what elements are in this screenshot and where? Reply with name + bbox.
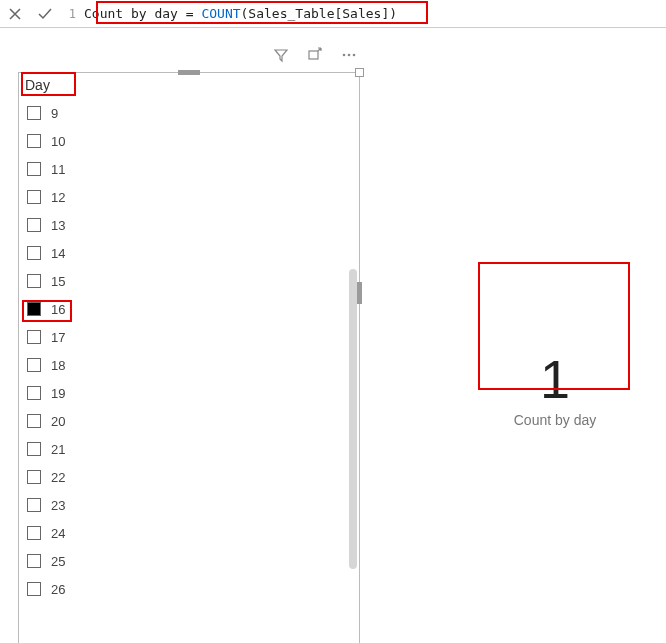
slicer-item[interactable]: 16 [19, 295, 359, 323]
slicer-item[interactable]: 11 [19, 155, 359, 183]
checkbox-icon[interactable] [27, 190, 41, 204]
checkbox-icon[interactable] [27, 442, 41, 456]
slicer-item-list[interactable]: 91011121314151617181920212223242526 [19, 99, 359, 643]
formula-line-number: 1 [60, 7, 80, 21]
slicer-item[interactable]: 24 [19, 519, 359, 547]
checkbox-icon[interactable] [27, 554, 41, 568]
slicer-item-label: 15 [51, 274, 65, 289]
checkbox-icon[interactable] [27, 526, 41, 540]
checkbox-icon[interactable] [27, 162, 41, 176]
slicer-item-label: 9 [51, 106, 58, 121]
focus-mode-icon[interactable] [307, 47, 323, 63]
formula-editor[interactable]: Count by day = COUNT(Sales_Table[Sales]) [80, 4, 666, 23]
checkbox-icon[interactable] [27, 302, 41, 316]
checkbox-icon[interactable] [27, 274, 41, 288]
svg-point-1 [343, 54, 346, 57]
checkbox-icon[interactable] [27, 134, 41, 148]
checkbox-icon[interactable] [27, 330, 41, 344]
slicer-item[interactable]: 15 [19, 267, 359, 295]
slicer-item[interactable]: 14 [19, 239, 359, 267]
checkbox-icon[interactable] [27, 106, 41, 120]
slicer-item-label: 21 [51, 442, 65, 457]
resize-handle-top[interactable] [178, 70, 200, 75]
visual-header-toolbar [273, 40, 666, 70]
args-text: (Sales_Table[Sales]) [241, 6, 398, 21]
checkbox-icon[interactable] [27, 498, 41, 512]
slicer-item-label: 17 [51, 330, 65, 345]
slicer-item-label: 24 [51, 526, 65, 541]
slicer-item-label: 19 [51, 386, 65, 401]
slicer-item-label: 20 [51, 414, 65, 429]
checkbox-icon[interactable] [27, 470, 41, 484]
day-slicer-visual[interactable]: Day 91011121314151617181920212223242526 [18, 72, 360, 643]
slicer-item-label: 16 [51, 302, 65, 317]
slicer-header: Day [19, 73, 359, 99]
more-options-icon[interactable] [341, 47, 357, 63]
slicer-item[interactable]: 12 [19, 183, 359, 211]
slicer-item[interactable]: 23 [19, 491, 359, 519]
slicer-item[interactable]: 26 [19, 575, 359, 603]
scrollbar-thumb[interactable] [349, 269, 357, 569]
slicer-item-label: 18 [51, 358, 65, 373]
checkbox-icon[interactable] [27, 358, 41, 372]
slicer-item[interactable]: 22 [19, 463, 359, 491]
slicer-item[interactable]: 21 [19, 435, 359, 463]
slicer-item-label: 13 [51, 218, 65, 233]
commit-formula-button[interactable] [30, 0, 60, 27]
slicer-item[interactable]: 25 [19, 547, 359, 575]
slicer-item[interactable]: 18 [19, 351, 359, 379]
slicer-item-label: 10 [51, 134, 65, 149]
slicer-item[interactable]: 13 [19, 211, 359, 239]
cancel-formula-button[interactable] [0, 0, 30, 27]
slicer-item-label: 11 [51, 162, 65, 177]
slicer-item-label: 12 [51, 190, 65, 205]
checkbox-icon[interactable] [27, 414, 41, 428]
svg-point-3 [353, 54, 356, 57]
slicer-item[interactable]: 17 [19, 323, 359, 351]
card-value: 1 [540, 352, 570, 406]
equals-text: = [178, 6, 201, 21]
slicer-item-label: 23 [51, 498, 65, 513]
checkbox-icon[interactable] [27, 246, 41, 260]
svg-point-2 [348, 54, 351, 57]
count-card-visual[interactable]: 1 Count by day [476, 330, 634, 450]
checkbox-icon[interactable] [27, 582, 41, 596]
slicer-item-label: 25 [51, 554, 65, 569]
slicer-item-label: 14 [51, 246, 65, 261]
formula-bar: 1 Count by day = COUNT(Sales_Table[Sales… [0, 0, 666, 28]
measure-name-text: Count by day [84, 6, 178, 21]
function-text: COUNT [201, 6, 240, 21]
resize-handle-corner[interactable] [355, 68, 364, 77]
slicer-item[interactable]: 20 [19, 407, 359, 435]
slicer-item[interactable]: 19 [19, 379, 359, 407]
slicer-item-label: 22 [51, 470, 65, 485]
slicer-item[interactable]: 10 [19, 127, 359, 155]
card-label: Count by day [514, 412, 597, 428]
checkbox-icon[interactable] [27, 218, 41, 232]
svg-rect-0 [309, 51, 318, 59]
checkbox-icon[interactable] [27, 386, 41, 400]
filter-icon[interactable] [273, 47, 289, 63]
slicer-item[interactable]: 9 [19, 99, 359, 127]
slicer-item-label: 26 [51, 582, 65, 597]
